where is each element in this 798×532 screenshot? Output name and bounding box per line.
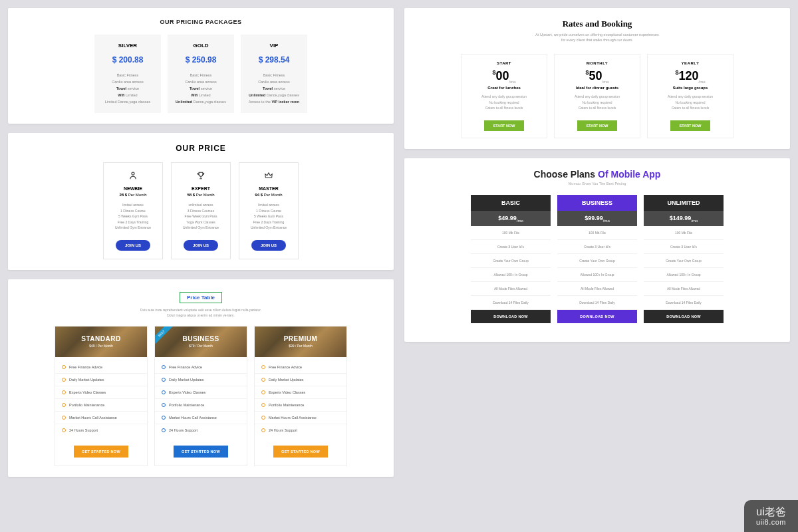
tier-name: UNLIMITED (644, 195, 724, 211)
pricing-tier: NEWBIE 28 $ Per Month limited access1 Fi… (103, 162, 163, 259)
tier-price: $00/mo (467, 69, 541, 84)
bullet-icon (162, 403, 166, 407)
tier-price: $50/mo (560, 69, 634, 84)
feature-item: Experts Video Classes (155, 386, 247, 399)
join-button[interactable]: JOIN US (251, 240, 286, 251)
join-button[interactable]: JOIN US (116, 240, 150, 251)
bullet-icon (62, 365, 66, 369)
bullet-icon (261, 416, 265, 420)
feature-item: Download 14 Files Daily (644, 296, 724, 310)
feature-item: Create 3 User Id's (644, 240, 724, 254)
feature-item: Portfolio Maintenance (255, 399, 346, 412)
tier-features: Attend any daily group sessionNo booking… (653, 94, 728, 111)
tier-features: Basic FitnessCardio area accessTowel ser… (98, 72, 157, 105)
tier-price: $49.99/mo (471, 211, 551, 227)
tier-features: Basic FitnessCardio area accessTowel ser… (172, 72, 230, 105)
pricing-tier: MASTER 94 $ Per Month limited access1 Fi… (239, 162, 299, 259)
tier-price: 94 $ Per Month (243, 193, 294, 197)
bullet-icon (261, 403, 265, 407)
download-button[interactable]: DOWNLOAD NOW (644, 310, 724, 323)
feature-item: Create Your Own Group (644, 254, 724, 268)
tier-name: BUSINESS (182, 335, 219, 342)
tier-name: YEARLY (653, 61, 728, 65)
pricing-tier: MONTHLY $50/mo Ideal for dinner guests A… (554, 54, 640, 138)
bullet-icon (62, 390, 66, 394)
section-subtitle: Duis aute irure reprehenderit voluptate … (21, 307, 380, 318)
pricing-tier: YEARLY $120/mo Suits large groups Attend… (647, 54, 733, 138)
bullet-icon (162, 365, 166, 369)
feature-item: Market Hours Call Assistance (155, 412, 247, 424)
section-subtitle: At Upstart, we pride ourselves on offeri… (418, 32, 777, 43)
download-button[interactable]: DOWNLOAD NOW (557, 310, 637, 323)
feature-item: Free Finance Advice (55, 361, 147, 374)
tier-name: SILVER (98, 43, 157, 49)
trophy-icon (176, 171, 226, 182)
feature-item: Create 3 User Id's (471, 240, 551, 254)
feature-item: Market Hours Call Assistance (255, 412, 346, 424)
get-started-button[interactable]: GET STARTED NOW (174, 446, 228, 458)
tier-features: Attend any daily group sessionNo booking… (560, 94, 634, 111)
pricing-tier: START $00/mo Great for lunches Attend an… (461, 54, 547, 138)
tier-features: Attend any daily group sessionNo booking… (467, 94, 541, 111)
tier-price: $ 200.88 (98, 55, 157, 65)
tier-features: unlimited access3 Fitness CoursesFree We… (176, 202, 226, 231)
bullet-icon (261, 428, 265, 432)
feature-item: 24 Hours Support (255, 424, 346, 436)
start-now-button[interactable]: START NOW (484, 120, 525, 131)
feature-item: Allowed 100+ In Group (471, 268, 551, 282)
section-title: Rates and Booking (418, 19, 777, 29)
tier-features: limited access1 Fitness Course5 Weeks Gy… (243, 202, 294, 231)
pricing-tier: VIP $ 298.54 Basic FitnessCardio area ac… (241, 35, 307, 113)
feature-item: Portfolio Maintenance (55, 399, 147, 412)
tier-price: $ 250.98 (172, 55, 230, 65)
crown-icon (243, 171, 294, 182)
tier-name: NEWBIE (108, 186, 158, 191)
feature-item: Create Your Own Group (557, 254, 637, 268)
watermark-text: ui老爸 (756, 505, 785, 518)
feature-item: 100 Mb File (644, 226, 724, 240)
start-now-button[interactable]: START NOW (670, 120, 711, 131)
feature-item: Daily Market Updates (155, 374, 247, 386)
tier-name: BUSINESS (557, 195, 637, 211)
watermark-url: uii8.com (756, 518, 786, 527)
tier-features: Free Finance AdviceDaily Market UpdatesE… (155, 357, 247, 440)
section-title: OUR PRICE (21, 144, 380, 153)
best-ribbon: BEST (154, 326, 176, 348)
feature-item: Download 14 Files Daily (557, 296, 637, 310)
get-started-button[interactable]: GET STARTED NOW (74, 446, 128, 458)
bullet-icon (62, 428, 66, 432)
start-now-button[interactable]: START NOW (577, 120, 618, 131)
bullet-icon (62, 416, 66, 420)
tier-price: $99.99/mo (557, 211, 637, 227)
feature-item: Experts Video Classes (55, 386, 147, 399)
feature-item: Free Finance Advice (155, 361, 247, 374)
feature-item: Allowed 100+ In Group (557, 268, 637, 282)
watermark: ui老爸 uii8.com (744, 500, 798, 532)
tier-hero: BEST BUSINESS $79 / Per Month (155, 327, 247, 357)
feature-item: All Mode Files Allowed (471, 282, 551, 296)
tier-hero: PREMIUM $99 / Per Month (255, 327, 346, 357)
feature-item: 100 Mb File (557, 226, 637, 240)
bullet-icon (261, 390, 265, 394)
price-table-card: Price Table Duis aute irure reprehenderi… (8, 279, 394, 477)
person-icon (108, 171, 158, 182)
tier-name: EXPERT (176, 186, 226, 191)
tier-hero: STANDARD $49 / Per Month (55, 327, 147, 357)
pricing-tier: STANDARD $49 / Per Month Free Finance Ad… (55, 326, 148, 466)
get-started-button[interactable]: GET STARTED NOW (273, 446, 328, 458)
download-button[interactable]: DOWNLOAD NOW (471, 310, 551, 323)
pricing-tier: BASIC $49.99/mo 100 Mb FileCreate 3 User… (471, 195, 551, 324)
pricing-tier: BEST BUSINESS $79 / Per Month Free Finan… (154, 326, 247, 466)
section-subtitle: Mumoo Gives You The Best Pricing (418, 182, 777, 186)
feature-item: Experts Video Classes (255, 386, 346, 399)
pricing-tier: SILVER $ 200.88 Basic FitnessCardio area… (94, 35, 161, 113)
feature-item: Create 3 User Id's (557, 240, 637, 254)
rates-booking-card: Rates and Booking At Upstart, we pride o… (404, 8, 790, 149)
feature-item: All Mode Files Allowed (644, 282, 724, 296)
pricing-tier: EXPERT 58 $ Per Month unlimited access3 … (171, 162, 231, 259)
feature-item: Allowed 100+ In Group (644, 268, 724, 282)
bullet-icon (62, 403, 66, 407)
tier-tagline: Great for lunches (467, 86, 541, 90)
join-button[interactable]: JOIN US (184, 240, 218, 251)
feature-item: All Mode Files Allowed (557, 282, 637, 296)
